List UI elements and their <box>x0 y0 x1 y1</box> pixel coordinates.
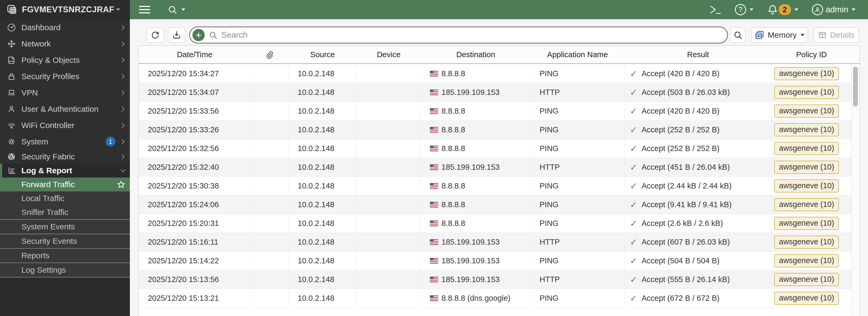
cli-icon <box>709 4 722 15</box>
table-row[interactable]: 2025/12/20 15:34:2710.0.2.1488.8.8.8PING… <box>139 64 851 83</box>
sidebar-item-vpn[interactable]: VPN <box>0 85 130 101</box>
sidebar-item-dashboard[interactable]: Dashboard <box>0 19 130 35</box>
policy-id-badge[interactable]: awsgeneve (10) <box>774 273 839 286</box>
cell-policy: awsgeneve (10) <box>772 233 851 251</box>
column-header-device[interactable]: Device <box>356 50 421 59</box>
table-row[interactable]: 2025/12/20 15:13:2110.0.2.1488.8.8.8 (dn… <box>139 289 851 308</box>
table-row[interactable]: 2025/12/20 15:33:5610.0.2.1488.8.8.8PING… <box>139 102 851 121</box>
cell-datetime: 2025/12/20 15:20:31 <box>139 214 251 233</box>
table-scrollbar[interactable] <box>851 64 860 316</box>
device-selector[interactable]: FGVMEVTSNRZCJRAF <box>0 0 130 19</box>
column-header-destination[interactable]: Destination <box>421 50 530 59</box>
table-row[interactable]: 2025/12/20 15:33:2610.0.2.1488.8.8.8PING… <box>139 121 851 139</box>
sidebar-item-security-profiles[interactable]: Security Profiles <box>0 68 130 85</box>
sidebar-item-label: Log & Report <box>21 166 72 175</box>
sidebar-item-forward-traffic[interactable]: Forward Traffic <box>0 177 130 192</box>
policy-id-badge[interactable]: awsgeneve (10) <box>774 235 839 249</box>
sidebar-item-reports[interactable]: Reports <box>0 249 130 262</box>
sidebar-item-policy-objects[interactable]: Policy & Objects <box>0 52 130 68</box>
column-header-source[interactable]: Source <box>289 50 356 59</box>
sidebar-item-log-report[interactable]: Log & Report <box>0 164 130 177</box>
add-filter-button[interactable]: + <box>192 29 205 41</box>
destination-text: 8.8.8.8 <box>441 219 465 228</box>
cell-attachment <box>251 139 289 158</box>
column-header-datetime[interactable]: Date/Time <box>139 50 251 59</box>
result-text: Accept (503 B / 26.03 kB) <box>642 88 730 97</box>
table-row[interactable]: 2025/12/20 15:14:2210.0.2.148185.199.109… <box>139 252 851 270</box>
policy-id-badge[interactable]: awsgeneve (10) <box>774 142 839 155</box>
admin-label: admin <box>826 5 848 15</box>
cell-result: ✓Accept (252 B / 252 B) <box>624 139 772 158</box>
column-header-policy-id[interactable]: Policy ID <box>772 50 851 59</box>
sidebar-item-network[interactable]: Network <box>0 35 130 52</box>
topbar: FGVMEVTSNRZCJRAF ? <box>0 0 868 19</box>
help-menu[interactable]: ? <box>735 4 754 15</box>
sidebar-item-system[interactable]: System 1 <box>0 134 130 150</box>
policy-id-badge[interactable]: awsgeneve (10) <box>774 105 839 118</box>
cell-application: PING <box>530 139 624 158</box>
log-report-submenu: Forward Traffic Local Traffic Sniffer Tr… <box>0 177 130 278</box>
move-arrows-icon <box>7 39 16 48</box>
policy-id-badge[interactable]: awsgeneve (10) <box>774 86 839 99</box>
table-row[interactable]: 2025/12/20 15:24:0610.0.2.1488.8.8.8PING… <box>139 195 851 214</box>
sidebar-item-local-traffic[interactable]: Local Traffic <box>0 192 130 205</box>
log-table: Date/Time Source Device Destination Appl… <box>138 46 860 316</box>
sidebar-item-security-fabric[interactable]: Security Fabric <box>0 150 130 164</box>
table-row[interactable]: 2025/12/20 15:20:3110.0.2.1488.8.8.8PING… <box>139 214 851 233</box>
cli-console-button[interactable] <box>709 4 722 15</box>
table-row[interactable]: 2025/12/20 15:32:4010.0.2.148185.199.109… <box>139 158 851 177</box>
search-input[interactable] <box>221 30 727 40</box>
global-search-button[interactable] <box>167 4 186 15</box>
scrollbar-thumb[interactable] <box>853 66 858 107</box>
table-row[interactable]: 2025/12/20 15:30:3810.0.2.1488.8.8.8PING… <box>139 177 851 195</box>
column-header-result[interactable]: Result <box>624 50 772 59</box>
chevron-right-icon <box>119 24 127 31</box>
sidebar-item-wifi-controller[interactable]: WiFi Controller <box>0 117 130 134</box>
topbar-greenbar: ? 2 admin <box>130 0 868 19</box>
cell-datetime: 2025/12/20 15:33:56 <box>139 102 251 120</box>
sidebar-item-system-events[interactable]: System Events <box>0 220 130 234</box>
admin-menu[interactable]: admin <box>812 4 856 15</box>
details-toggle-button[interactable]: Details <box>813 27 859 43</box>
column-header-application[interactable]: Application Name <box>530 50 624 59</box>
cell-destination: 185.199.109.153 <box>421 252 530 270</box>
cell-application: HTTP <box>530 270 624 289</box>
refresh-button[interactable] <box>147 27 164 43</box>
destination-text: 185.199.109.153 <box>441 275 500 284</box>
cell-attachment <box>251 195 289 214</box>
cell-device <box>356 289 421 308</box>
cell-destination: 8.8.8.8 <box>421 64 530 83</box>
sidebar-item-user-authentication[interactable]: User & Authentication <box>0 101 130 117</box>
log-filter-bar[interactable]: + <box>189 26 728 44</box>
download-button[interactable] <box>168 27 185 43</box>
chevron-right-icon <box>119 56 127 64</box>
table-body: 2025/12/20 15:34:2710.0.2.1488.8.8.8PING… <box>139 64 851 316</box>
policy-id-badge[interactable]: awsgeneve (10) <box>774 161 839 174</box>
sidebar-item-sniffer-traffic[interactable]: Sniffer Traffic <box>0 205 130 219</box>
policy-id-badge[interactable]: awsgeneve (10) <box>774 198 839 211</box>
result-text: Accept (555 B / 26.14 kB) <box>642 275 730 284</box>
chevron-right-icon <box>119 73 127 80</box>
notifications-menu[interactable]: 2 <box>767 4 799 15</box>
policy-id-badge[interactable]: awsgeneve (10) <box>774 67 839 80</box>
column-header-attachment[interactable] <box>251 50 289 59</box>
log-source-selector[interactable]: Memory <box>751 27 808 43</box>
table-row[interactable]: 2025/12/20 15:32:5610.0.2.1488.8.8.8PING… <box>139 139 851 158</box>
policy-id-badge[interactable]: awsgeneve (10) <box>774 254 839 267</box>
table-row[interactable]: 2025/12/20 15:34:0710.0.2.148185.199.109… <box>139 83 851 102</box>
favorite-star-icon[interactable] <box>117 180 126 189</box>
policy-id-badge[interactable]: awsgeneve (10) <box>774 123 839 136</box>
table-row[interactable]: 2025/12/20 15:13:5610.0.2.148185.199.109… <box>139 270 851 289</box>
sidebar-item-security-events[interactable]: Security Events <box>0 234 130 248</box>
policy-id-badge[interactable]: awsgeneve (10) <box>774 179 839 193</box>
fortigate-logo-icon <box>6 4 18 16</box>
cell-device <box>356 64 421 83</box>
sidebar-item-log-settings[interactable]: Log Settings <box>0 263 130 277</box>
memory-source-icon <box>754 30 765 40</box>
policy-id-badge[interactable]: awsgeneve (10) <box>774 292 839 305</box>
policy-id-badge[interactable]: awsgeneve (10) <box>774 217 839 230</box>
menu-toggle-button[interactable] <box>139 6 150 13</box>
search-submit-button[interactable] <box>730 27 746 43</box>
result-text: Accept (252 B / 252 B) <box>642 144 720 153</box>
table-row[interactable]: 2025/12/20 15:16:1110.0.2.148185.199.109… <box>139 233 851 252</box>
